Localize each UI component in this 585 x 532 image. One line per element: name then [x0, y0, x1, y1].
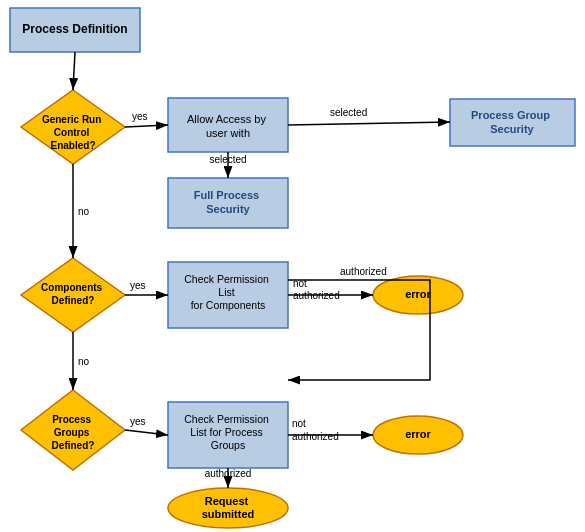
allow-access-box	[168, 98, 288, 152]
yes1-label: yes	[132, 111, 148, 122]
no1-label: no	[78, 206, 90, 217]
process-definition-label: Process Definition	[22, 22, 127, 36]
line-pgd-to-cpg	[125, 430, 168, 435]
line-pd-to-grc	[73, 52, 75, 90]
error2-label: error	[405, 428, 431, 440]
flowchart: Process Definition Generic Run Control E…	[0, 0, 585, 532]
no2-label: no	[78, 356, 90, 367]
yes2-label: yes	[130, 280, 146, 291]
not-authorized1b-label: authorized	[293, 290, 340, 301]
line-aa-to-pgs	[288, 122, 450, 125]
request-submitted-label: Request submitted	[202, 495, 255, 520]
error1-label: error	[405, 288, 431, 300]
authorized1-label: authorized	[340, 266, 387, 277]
not-authorized2-label: not	[292, 418, 306, 429]
line-grc-to-aa	[125, 125, 168, 127]
not-authorized2b-label: authorized	[292, 431, 339, 442]
selected1-label: selected	[330, 107, 367, 118]
process-groups-defined-label: Process Groups Defined?	[52, 414, 95, 451]
yes3-label: yes	[130, 416, 146, 427]
